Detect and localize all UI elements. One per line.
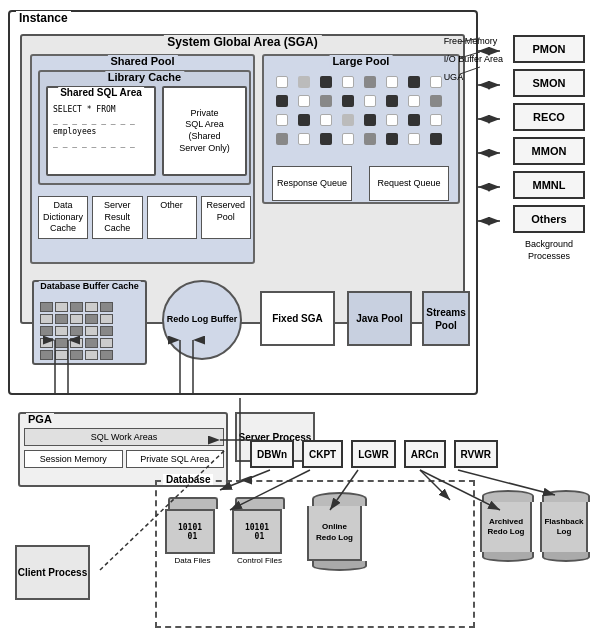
pga-label: PGA — [26, 413, 54, 425]
large-pool-dots — [272, 72, 452, 152]
diagram-container: Instance System Global Area (SGA) Shared… — [0, 0, 593, 639]
response-queue-box: Response Queue — [272, 166, 352, 201]
sql-work-areas-label: SQL Work Areas — [91, 432, 158, 442]
others-box: Others — [513, 205, 585, 233]
mmon-box: MMON — [513, 137, 585, 165]
streams-pool-box: Streams Pool — [422, 291, 470, 346]
sga-label: System Global Area (SGA) — [163, 35, 321, 49]
pmon-box: PMON — [513, 35, 585, 63]
bg-processes-title: BackgroundProcesses — [513, 239, 585, 262]
smon-box: SMON — [513, 69, 585, 97]
sga-box: System Global Area (SGA) Shared Pool Lib… — [20, 34, 465, 324]
session-memory-label: Session Memory — [40, 454, 107, 464]
reserved-pool: ReservedPool — [201, 196, 251, 239]
redo-log-buffer-box: Redo Log Buffer — [162, 280, 242, 360]
mmnl-box: MMNL — [513, 171, 585, 199]
flashback-log-section: FlashbackLog — [540, 490, 592, 562]
reco-box: RECO — [513, 103, 585, 131]
io-buffer-annotation: I/O Buffer Area — [444, 50, 503, 68]
request-queue-box: Request Queue — [369, 166, 449, 201]
instance-label: Instance — [16, 11, 71, 25]
rvwr-box: RVWR — [454, 440, 498, 468]
free-memory-annotation: Free Memory — [444, 32, 503, 50]
small-cache-boxes: DataDictionaryCache ServerResultCache Ot… — [38, 196, 251, 239]
db-buffer-cache-box: Database Buffer Cache — [32, 280, 147, 365]
database-dashed-box: Database 10101 01 Data Files 10101 01 Co… — [155, 480, 475, 628]
java-pool-box: Java Pool — [347, 291, 412, 346]
arcn-box: ARCn — [404, 440, 446, 468]
database-label: Database — [163, 474, 213, 485]
library-cache-label: Library Cache — [105, 71, 184, 83]
fixed-sga-label: Fixed SGA — [272, 312, 323, 325]
lgwr-box: LGWR — [351, 440, 396, 468]
large-pool-box: Large Pool Response Queue Request Que — [262, 54, 460, 204]
response-queue-label: Response Queue — [277, 178, 347, 189]
session-private-row: Session Memory Private SQL Area — [24, 450, 224, 468]
client-process-box: Client Process — [15, 545, 90, 600]
streams-pool-label: Streams Pool — [424, 306, 468, 332]
sql-work-areas-box: SQL Work Areas — [24, 428, 224, 446]
dbwn-box: DBWn — [250, 440, 294, 468]
instance-box: Instance System Global Area (SGA) Shared… — [8, 10, 478, 395]
data-files-label: Data Files — [165, 556, 220, 565]
private-sql-box: PrivateSQL Area(SharedServer Only) — [162, 86, 247, 176]
fixed-sga-box: Fixed SGA — [260, 291, 335, 346]
client-process-label: Client Process — [18, 566, 87, 579]
request-queue-label: Request Queue — [377, 178, 440, 189]
control-files-section: 10101 01 Control Files — [232, 497, 287, 565]
java-pool-label: Java Pool — [356, 312, 403, 325]
redo-log-buffer-label: Redo Log Buffer — [167, 314, 238, 326]
private-sql-area-label: Private SQL Area — [140, 454, 209, 464]
shared-sql-area-box: Shared SQL Area SELECT * FROM_ _ _ _ _ _… — [46, 86, 156, 176]
control-files-label: Control Files — [232, 556, 287, 565]
shared-sql-area-label: Shared SQL Area — [58, 87, 144, 98]
archived-redo-log-section: ArchivedRedo Log — [480, 490, 535, 562]
shared-pool-label: Shared Pool — [107, 55, 177, 67]
db-buffer-cache-label: Database Buffer Cache — [38, 281, 141, 291]
session-memory-box: Session Memory — [24, 450, 123, 468]
buffer-cache-grid — [38, 300, 115, 362]
large-pool-label: Large Pool — [330, 55, 393, 67]
private-sql-area-box: Private SQL Area — [126, 450, 225, 468]
shared-pool-box: Shared Pool Library Cache Shared SQL Are… — [30, 54, 255, 264]
sql-code: SELECT * FROM_ _ _ _ _ _ _ _ _employees_… — [53, 104, 135, 149]
uga-annotation: UGA — [444, 68, 503, 86]
other-cache: Other — [147, 196, 197, 239]
bottom-processes-row: DBWn CKPT LGWR ARCn RVWR — [250, 440, 498, 468]
library-cache-box: Library Cache Shared SQL Area SELECT * F… — [38, 70, 251, 185]
data-files-section: 10101 01 Data Files — [165, 497, 220, 565]
server-result-cache: ServerResultCache — [92, 196, 142, 239]
annotations-area: Free Memory I/O Buffer Area UGA — [444, 32, 503, 86]
data-dictionary-cache: DataDictionaryCache — [38, 196, 88, 239]
ckpt-box: CKPT — [302, 440, 343, 468]
bg-processes-section: PMON SMON RECO MMON MMNL Others Backgrou… — [513, 35, 585, 262]
online-redo-log-section: OnlineRedo Log — [307, 492, 372, 571]
private-sql-label: PrivateSQL Area(SharedServer Only) — [179, 108, 230, 155]
